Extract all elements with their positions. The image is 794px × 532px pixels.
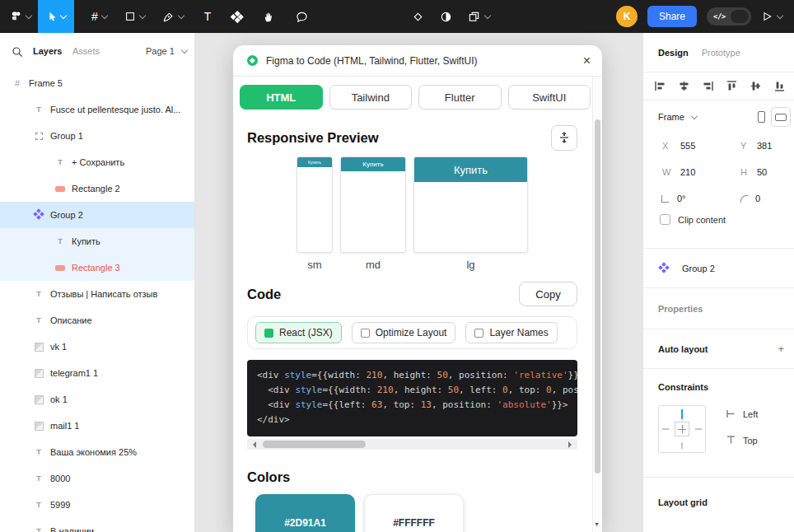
layer-row[interactable]: TКупить — [0, 228, 194, 254]
component-tool-button[interactable] — [231, 0, 242, 33]
align-left-icon[interactable] — [654, 80, 666, 92]
layer-name: Frame 5 — [29, 78, 63, 88]
add-auto-layout-icon[interactable]: + — [778, 343, 784, 355]
constraint-left-tick[interactable] — [662, 428, 669, 430]
color-swatch[interactable]: #2D91A1 — [255, 494, 355, 532]
phone-portrait-icon[interactable] — [758, 111, 765, 123]
plugin-title-bar[interactable]: Figma to Code (HTML, Tailwind, Flutter, … — [233, 45, 602, 77]
align-h-center-icon[interactable] — [678, 80, 690, 92]
scrollbar-track[interactable] — [256, 439, 568, 450]
modal-tab-html[interactable]: HTML — [240, 85, 323, 110]
corner-radius-field[interactable]: 0 — [755, 191, 760, 206]
layer-row[interactable]: ok 1 — [0, 386, 194, 413]
clip-content-checkbox[interactable] — [660, 214, 670, 225]
layer-row[interactable]: vk 1 — [0, 334, 194, 360]
variants-button[interactable] — [468, 11, 490, 23]
tab-assets[interactable]: Assets — [72, 46, 100, 56]
image-layer-icon — [33, 367, 44, 379]
modal-tab-tailwind[interactable]: Tailwind — [329, 85, 413, 110]
selection-row[interactable]: Group 2 — [643, 249, 794, 288]
avatar[interactable]: K — [616, 6, 638, 27]
y-field[interactable]: 381 — [757, 138, 772, 153]
tab-design[interactable]: Design — [658, 48, 689, 58]
scroll-left-arrow-icon[interactable] — [250, 441, 256, 448]
hand-tool-button[interactable] — [263, 0, 275, 33]
modal-tab-swiftui[interactable]: SwiftUI — [508, 85, 591, 110]
modal-tab-flutter[interactable]: Flutter — [418, 85, 502, 110]
color-swatches: #2D91A1#FFFFFF — [255, 494, 464, 532]
share-button[interactable]: Share — [647, 6, 697, 27]
layer-row[interactable]: T+ Сохранить — [0, 149, 194, 175]
layer-row[interactable]: T5999 — [0, 492, 194, 518]
layer-name: Fusce ut pellentesque justo. Al... — [50, 105, 180, 114]
constraint-right-tick[interactable] — [695, 428, 702, 430]
constraint-center-anchor[interactable] — [675, 422, 689, 436]
option-chip[interactable]: Layer Names — [465, 322, 557, 343]
layer-row[interactable]: T8000 — [0, 465, 194, 492]
constraint-bottom-tick[interactable] — [681, 442, 683, 449]
page-selector[interactable]: Page 1 — [146, 46, 187, 56]
mask-icon[interactable] — [440, 11, 452, 23]
main-menu-button[interactable] — [0, 0, 38, 33]
option-chip[interactable]: Optimize Layout — [352, 322, 456, 343]
layer-row[interactable]: Rectangle 2 — [0, 175, 194, 202]
layer-row[interactable]: TОтзывы | Написать отзыв — [0, 281, 194, 307]
code-horizontal-scrollbar[interactable] — [247, 439, 577, 450]
layer-row[interactable]: telegram1 1 — [0, 360, 194, 386]
layer-row[interactable]: TОписание — [0, 307, 194, 334]
size-row: W 210 H 50 — [643, 165, 794, 180]
layer-row[interactable]: #Frame 5 — [0, 70, 194, 96]
option-chip[interactable]: React (JSX) — [255, 322, 342, 343]
dev-mode-toggle[interactable]: </> — [707, 7, 751, 26]
width-field[interactable]: 210 — [680, 165, 695, 180]
scroll-down-arrow-icon[interactable]: ▾ — [596, 520, 599, 528]
preview-column-lg: Купитьlg — [413, 156, 528, 271]
horizontal-constraint-value: Left — [743, 409, 758, 419]
align-bottom-icon[interactable] — [773, 80, 786, 92]
align-v-center-icon[interactable] — [750, 80, 762, 92]
frame-type-dropdown[interactable]: Frame — [658, 112, 697, 122]
layer-row[interactable]: Group 2 — [0, 202, 194, 228]
align-right-icon[interactable] — [702, 80, 714, 92]
search-icon[interactable] — [12, 46, 23, 58]
comment-tool-button[interactable] — [296, 0, 308, 33]
present-button[interactable] — [761, 11, 782, 22]
layer-row[interactable]: mail1 1 — [0, 413, 194, 439]
preview-card-lg: Купить — [413, 156, 528, 253]
scroll-right-arrow-icon[interactable] — [568, 441, 575, 448]
horizontal-constraint-dropdown[interactable]: Left — [726, 408, 758, 419]
layer-row[interactable]: TВаша экономия 25% — [0, 439, 194, 465]
constraints-widget[interactable] — [658, 405, 706, 453]
layer-name: Купить — [72, 236, 100, 246]
tab-layers[interactable]: Layers — [33, 46, 62, 56]
constraint-top-tick[interactable] — [681, 409, 683, 419]
rotation-field[interactable]: 0° — [677, 191, 686, 206]
frame-tool-button[interactable]: # — [91, 0, 107, 33]
text-tool-button[interactable]: T — [204, 0, 212, 33]
height-field[interactable]: 50 — [757, 165, 767, 180]
vertical-constraint-dropdown[interactable]: Top — [726, 435, 758, 446]
layer-row[interactable]: Rectangle 3 — [0, 254, 194, 281]
layer-row[interactable]: Group 1 — [0, 123, 194, 149]
expand-preview-button[interactable] — [551, 125, 577, 151]
color-swatch[interactable]: #FFFFFF — [364, 494, 464, 532]
align-top-icon[interactable] — [726, 80, 738, 92]
pen-tool-button[interactable] — [162, 0, 184, 33]
close-icon[interactable]: × — [583, 54, 591, 68]
plugin-icon — [247, 55, 258, 66]
modal-scrollbar[interactable]: ▾ — [592, 77, 602, 532]
layer-name: Group 2 — [50, 210, 83, 220]
modal-scrollbar-thumb[interactable] — [595, 119, 600, 474]
code-block[interactable]: <div style={{width: 210, height: 50, pos… — [247, 360, 577, 436]
measure-diamond-icon[interactable] — [412, 11, 424, 23]
tab-prototype[interactable]: Prototype — [702, 48, 740, 58]
comment-icon — [296, 11, 308, 23]
x-field[interactable]: 555 — [680, 138, 695, 153]
orientation-toggle[interactable] — [771, 107, 791, 127]
scrollbar-thumb[interactable] — [263, 441, 366, 448]
layer-row[interactable]: TFusce ut pellentesque justo. Al... — [0, 96, 194, 123]
move-tool-button[interactable] — [38, 0, 74, 33]
shape-tool-button[interactable] — [124, 0, 145, 33]
copy-button[interactable]: Copy — [519, 282, 577, 306]
layer-row[interactable]: TВ наличии — [0, 518, 194, 532]
